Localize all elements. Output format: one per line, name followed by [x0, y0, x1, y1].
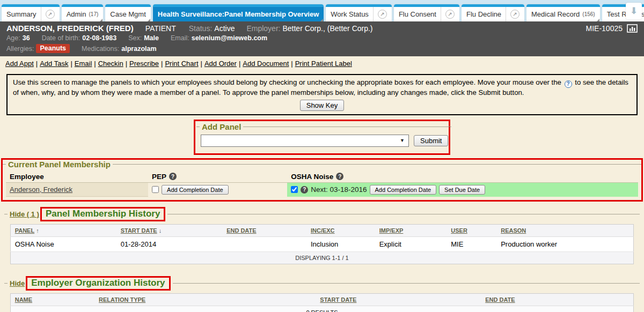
- add-task-link[interactable]: Add Task: [40, 60, 68, 68]
- email-label: Email:: [171, 34, 189, 42]
- external-link-icon: ↗: [378, 10, 387, 19]
- employer-history-empty-row: 0 RESULTS: [10, 306, 634, 312]
- employer-history-hide-link[interactable]: Hide: [10, 279, 25, 287]
- status-value: Active: [214, 24, 235, 33]
- col-name[interactable]: NAME: [15, 296, 32, 303]
- add-document-link[interactable]: Add Document: [243, 60, 289, 68]
- tab-overflow-button[interactable]: ⬇: [626, 3, 642, 19]
- age-label: Age:: [6, 34, 20, 42]
- col-reason[interactable]: REASON: [501, 227, 526, 234]
- col-emp-start-date[interactable]: START DATE: [320, 296, 356, 303]
- link-separator: |: [291, 60, 292, 68]
- allergy-badge[interactable]: Peanuts: [36, 44, 70, 53]
- checkin-link[interactable]: Checkin: [98, 60, 123, 68]
- patient-banner: ANDERSON, FREDERICK (FRED) PATIENT Statu…: [0, 21, 644, 56]
- email-value: selenium@mieweb.com: [192, 34, 267, 42]
- link-separator: |: [36, 60, 38, 68]
- add-panel-fieldset: Add Panel ▼ Submit: [196, 122, 451, 152]
- tab-flu-decline[interactable]: Flu Decline ↗: [462, 4, 524, 21]
- cell-reason: Production worker: [496, 237, 634, 252]
- tab-case-mgmt[interactable]: Case Mgmt: [105, 4, 150, 21]
- pep-add-completion-date-button[interactable]: Add Completion Date: [162, 185, 229, 195]
- tab-popout-segment[interactable]: ↗: [441, 7, 455, 21]
- tab-label: Flu Consent: [399, 10, 436, 18]
- tab-admin[interactable]: Admin (17): [62, 4, 104, 21]
- add-panel-select[interactable]: ▼: [201, 135, 409, 147]
- prescribe-link[interactable]: Prescribe: [129, 60, 159, 68]
- employer-label: Employer:: [246, 24, 280, 33]
- employer-history-legend: Hide Employer Organization History: [8, 276, 173, 291]
- osha-checkbox[interactable]: [291, 186, 298, 193]
- status-label: Status:: [189, 24, 213, 33]
- add-panel-submit-button[interactable]: Submit: [414, 135, 448, 146]
- instructions-box: Use this screen to manage the panels to …: [6, 74, 638, 115]
- external-link-icon: ↗: [510, 10, 519, 19]
- patient-name: ANDERSON, FREDERICK (FRED): [6, 24, 134, 33]
- tab-label: Admin: [67, 10, 86, 18]
- panel-history-row: OSHA Noise 01-28-2014 Inclusion Explicit…: [10, 237, 634, 252]
- col-emp-end-date[interactable]: END DATE: [485, 296, 515, 303]
- col-imp-exp[interactable]: IMP/EXP: [379, 227, 404, 234]
- sort-desc-icon: ↓: [159, 227, 162, 234]
- osha-help-icon[interactable]: ?: [336, 173, 343, 180]
- chevron-down-icon: ▼: [400, 138, 405, 143]
- link-separator: |: [201, 60, 202, 68]
- external-link-icon: ↗: [46, 10, 55, 19]
- col-osha-noise: OSHA Noise ?: [287, 171, 638, 183]
- osha-row-help-icon[interactable]: ?: [301, 186, 308, 194]
- medications-label: Medications:: [82, 45, 119, 53]
- medications-value: alprazolam: [121, 45, 156, 53]
- osha-add-completion-date-button[interactable]: Add Completion Date: [370, 185, 437, 195]
- tab-label: Case Mgmt: [110, 10, 145, 18]
- pep-help-icon[interactable]: ?: [169, 173, 177, 180]
- add-order-link[interactable]: Add Order: [204, 60, 237, 68]
- tab-menu-corner-icon: [148, 19, 150, 21]
- current-membership-fieldset: Current Panel Membership Employee PEP ? …: [3, 160, 641, 200]
- employer-history-title-annotation: Employer Organization History: [26, 276, 170, 291]
- col-end-date[interactable]: END DATE: [226, 227, 256, 234]
- cell-inc-exc: Inclusion: [306, 237, 375, 252]
- tab-popout-segment[interactable]: ↗: [373, 7, 387, 21]
- add-panel-legend: Add Panel: [200, 122, 243, 131]
- col-inc-exc[interactable]: INC/EXC: [311, 227, 335, 234]
- show-key-button[interactable]: Show Key: [300, 100, 345, 111]
- allergies-label: Allergies:: [6, 45, 34, 53]
- print-patient-label-link[interactable]: Print Patient Label: [295, 60, 352, 68]
- osha-set-due-date-button[interactable]: Set Due Date: [439, 185, 485, 195]
- down-arrow-icon: ⬇: [630, 5, 638, 17]
- help-icon[interactable]: ?: [565, 80, 572, 88]
- add-panel-annotation-box: Add Panel ▼ Submit: [194, 120, 450, 155]
- cell-start-date: 01-28-2014: [116, 237, 222, 252]
- external-link-icon: ↗: [445, 10, 455, 19]
- add-appt-link[interactable]: Add Appt: [5, 60, 34, 68]
- zero-results-label: 0 RESULTS: [10, 306, 634, 312]
- membership-header-row: Employee PEP ? OSHA Noise ?: [6, 171, 638, 183]
- panel-history-title-annotation: Panel Membership History: [40, 207, 166, 221]
- pep-checkbox[interactable]: [152, 186, 159, 193]
- col-panel[interactable]: PANEL: [15, 227, 34, 234]
- tab-medical-record[interactable]: Medical Record (156): [526, 4, 600, 21]
- print-chart-link[interactable]: Print Chart: [165, 60, 198, 68]
- col-start-date[interactable]: START DATE: [121, 227, 157, 234]
- col-user[interactable]: USER: [451, 227, 467, 234]
- link-separator: |: [161, 60, 163, 68]
- tab-health-surveillance-active[interactable]: Health Surveillance:Panel Membership Ove…: [153, 4, 324, 21]
- email-link[interactable]: Email: [75, 60, 92, 68]
- tab-label: Summary: [6, 10, 36, 18]
- bar-chart-icon[interactable]: [627, 24, 638, 33]
- panel-history-title: Panel Membership History: [46, 209, 160, 219]
- employee-link[interactable]: Anderson, Frederick: [10, 185, 72, 194]
- panel-history-hide-link[interactable]: Hide ( 1 ): [10, 210, 39, 218]
- displaying-count: DISPLAYING 1-1 / 1: [10, 252, 634, 264]
- tab-summary[interactable]: Summary ↗: [2, 4, 60, 21]
- col-relation-type[interactable]: RELATION TYPE: [99, 296, 145, 303]
- tab-popout-segment[interactable]: ↗: [506, 7, 519, 21]
- tab-label: Health Surveillance:Panel Membership Ove…: [158, 10, 319, 18]
- tab-work-status[interactable]: Work Status ↗: [326, 4, 392, 21]
- tab-popout-segment[interactable]: ↗: [41, 7, 55, 21]
- tab-count: (17): [89, 11, 98, 17]
- dob-value: 02-08-1983: [82, 34, 116, 42]
- tab-flu-consent[interactable]: Flu Consent ↗: [394, 4, 459, 21]
- current-membership-legend: Current Panel Membership: [6, 160, 113, 169]
- instructions-text-1: Use this screen to manage the panels to …: [13, 78, 561, 86]
